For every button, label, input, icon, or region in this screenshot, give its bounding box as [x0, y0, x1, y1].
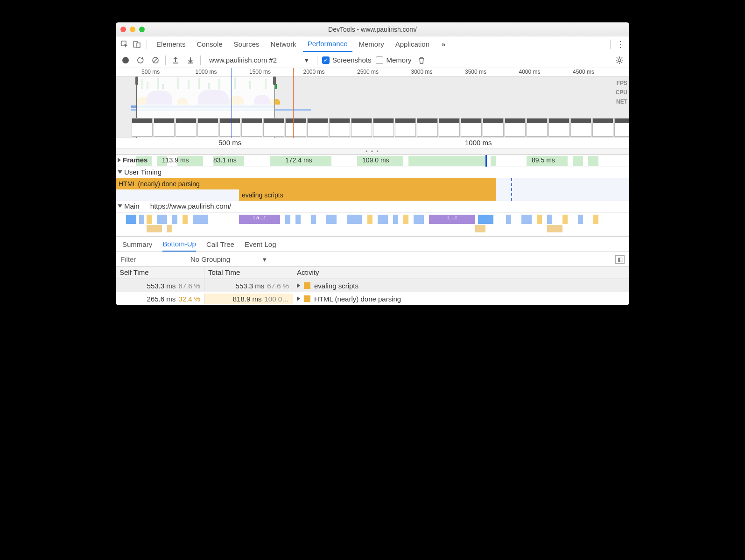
timeline-tick: 500 ms	[218, 139, 241, 147]
frame-block[interactable]	[588, 156, 598, 166]
grouping-select[interactable]: No Grouping ▾	[190, 255, 267, 264]
details-tab-bottom-up[interactable]: Bottom-Up	[162, 237, 196, 252]
trash-icon[interactable]	[416, 55, 427, 65]
overview-thumbnail	[329, 118, 350, 137]
perf-toolbar: www.paulirish.com #2 ▾ Screenshots Memor…	[116, 52, 629, 68]
main-thread-header[interactable]: Main — https://www.paulirish.com/	[118, 202, 231, 210]
overview-thumbnail	[527, 118, 548, 137]
svg-line-4	[153, 58, 158, 63]
toggle-sidebar-icon[interactable]: ◧	[615, 255, 625, 264]
selection-handle-left[interactable]	[135, 77, 138, 85]
gear-icon[interactable]	[614, 55, 625, 65]
frame-duration: 113.9 ms	[162, 156, 189, 164]
tab-sources[interactable]: Sources	[229, 36, 264, 52]
user-timing-track[interactable]: User Timing HTML (nearly) done parsingev…	[116, 167, 629, 201]
frames-track-header[interactable]: Frames	[118, 156, 148, 164]
user-timing-bar[interactable]: evaling scripts	[239, 189, 496, 201]
memory-checkbox[interactable]: Memory	[376, 56, 411, 64]
panel-tabs: ElementsConsoleSourcesNetworkPerformance…	[116, 36, 629, 52]
chevron-down-icon: ▾	[305, 56, 309, 64]
svg-point-7	[618, 59, 621, 62]
details-tab-summary[interactable]: Summary	[122, 238, 152, 251]
frames-track[interactable]: Frames 113.9 ms83.1 ms172.4 ms109.0 ms89…	[116, 155, 629, 167]
frame-duration: 109.0 ms	[362, 156, 389, 164]
col-self-time[interactable]: Self Time	[116, 267, 204, 279]
details-tab-call-tree[interactable]: Call Tree	[206, 238, 234, 251]
frame-block[interactable]	[573, 156, 583, 166]
save-profile-button[interactable]	[185, 55, 196, 65]
more-tabs-button[interactable]: »	[437, 36, 450, 52]
overview-thumbnail	[373, 118, 394, 137]
collapse-icon	[118, 170, 122, 174]
timing-marker	[511, 178, 512, 201]
table-row[interactable]: 553.3 ms67.6 %553.3 ms67.6 %evaling scri…	[116, 279, 629, 292]
overview-thumbnail	[132, 118, 153, 137]
tab-console[interactable]: Console	[192, 36, 227, 52]
collapsed-tracks-indicator[interactable]: • • •	[116, 148, 629, 155]
frame-duration: 89.5 ms	[532, 156, 555, 164]
user-timing-header[interactable]: User Timing	[118, 168, 162, 176]
activity-swatch-icon	[304, 282, 310, 289]
expand-icon[interactable]	[297, 296, 300, 301]
tab-elements[interactable]: Elements	[152, 36, 190, 52]
recording-select[interactable]: www.paulirish.com #2 ▾	[205, 56, 312, 64]
tab-application[interactable]: Application	[391, 36, 434, 52]
table-row[interactable]: 265.6 ms32.4 %818.9 ms100.0…HTML (nearly…	[116, 292, 629, 305]
filter-input[interactable]	[120, 255, 181, 263]
tab-performance[interactable]: Performance	[303, 36, 352, 52]
overview-tick: 2500 ms	[357, 69, 379, 75]
selection-handle-right[interactable]	[273, 77, 276, 85]
user-timing-bar[interactable]: HTML (nearly) done parsing	[116, 178, 496, 189]
overview-thumbnail	[548, 118, 569, 137]
table-header: Self Time Total Time Activity	[116, 267, 629, 279]
svg-line-14	[617, 62, 618, 63]
overview-thumbnail	[461, 118, 482, 137]
window-title: DevTools - www.paulirish.com/	[116, 26, 629, 33]
flame-chart[interactable]: La…t L…t	[116, 212, 629, 236]
checkbox-icon	[322, 56, 330, 64]
chevron-down-icon: ▾	[263, 255, 267, 264]
overview-thumbnail	[505, 118, 526, 137]
overview-thumbnail	[570, 118, 591, 137]
overview-marker	[232, 68, 232, 138]
overview-thumbnail	[241, 118, 262, 137]
overview-thumbnails	[116, 117, 629, 138]
svg-line-15	[621, 57, 622, 58]
filter-bar: No Grouping ▾ ◧	[116, 252, 629, 267]
timeline-tick: 1000 ms	[465, 139, 492, 147]
reload-button[interactable]	[135, 55, 146, 65]
tab-memory[interactable]: Memory	[354, 36, 389, 52]
user-timing-label: User Timing	[124, 168, 162, 176]
tab-network[interactable]: Network	[266, 36, 301, 52]
overview-tick: 1500 ms	[249, 69, 271, 75]
overview-thumbnail	[176, 118, 197, 137]
device-icon[interactable]	[132, 39, 142, 49]
timeline-ruler[interactable]: 500 ms1000 ms	[116, 138, 629, 148]
record-button[interactable]	[120, 55, 131, 65]
frame-block[interactable]	[408, 156, 485, 166]
details-tabs: SummaryBottom-UpCall TreeEvent Log	[116, 236, 629, 252]
frame-block[interactable]	[491, 156, 496, 166]
overview-tick: 3000 ms	[411, 69, 433, 75]
frame-duration: 172.4 ms	[285, 156, 312, 164]
overview-thumbnail	[592, 118, 613, 137]
inspect-icon[interactable]	[119, 39, 130, 49]
screenshots-checkbox[interactable]: Screenshots	[322, 56, 371, 64]
activity-name: HTML (nearly) done parsing	[314, 295, 401, 303]
expand-icon[interactable]	[297, 283, 300, 288]
titlebar: DevTools - www.paulirish.com/	[116, 22, 629, 36]
main-thread-track[interactable]: Main — https://www.paulirish.com/ La…t L…	[116, 201, 629, 236]
col-activity[interactable]: Activity	[293, 267, 629, 279]
frame-duration: 83.1 ms	[213, 156, 237, 164]
clear-button[interactable]	[150, 55, 161, 65]
details-tab-event-log[interactable]: Event Log	[245, 238, 276, 251]
devtools-window: DevTools - www.paulirish.com/ ElementsCo…	[116, 22, 629, 305]
overview-thumbnail	[307, 118, 328, 137]
load-profile-button[interactable]	[170, 55, 181, 65]
overview-row-labels: FPSCPUNET	[616, 78, 627, 106]
kebab-menu-icon[interactable]: ⋮	[615, 39, 626, 49]
overview-pane[interactable]: 500 ms1000 ms1500 ms2000 ms2500 ms3000 m…	[116, 68, 629, 138]
overview-thumbnail	[417, 118, 438, 137]
playhead[interactable]	[485, 155, 487, 167]
col-total-time[interactable]: Total Time	[204, 267, 293, 279]
